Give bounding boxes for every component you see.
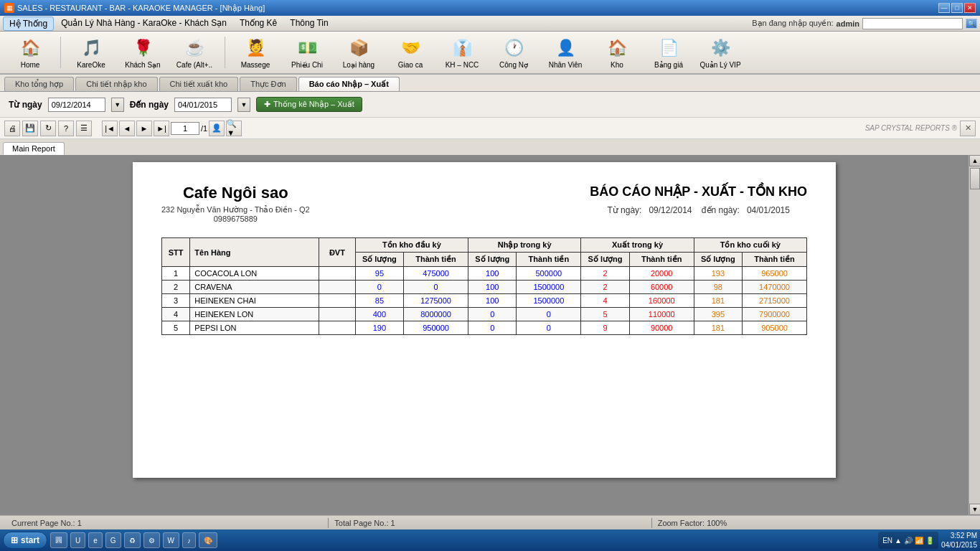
period-to: 04/01/2015 bbox=[747, 205, 790, 215]
taskbar-app-3[interactable]: e bbox=[88, 532, 103, 548]
cell-3-0: 4 bbox=[162, 308, 190, 321]
cr-first-button[interactable]: |◄ bbox=[102, 121, 118, 136]
cell-3-9: 395 bbox=[694, 308, 742, 321]
cell-1-5: 100 bbox=[468, 281, 517, 294]
close-button[interactable]: ✕ bbox=[964, 3, 976, 13]
search-input[interactable] bbox=[862, 18, 963, 29]
cr-save-button[interactable]: 💾 bbox=[22, 121, 38, 136]
volume-icon: 🔊 bbox=[904, 537, 913, 545]
cr-brand: SAP CRYSTAL REPORTS ® bbox=[865, 124, 957, 132]
scroll-down-arrow[interactable]: ▼ bbox=[969, 504, 980, 515]
ribbon-btn-kho[interactable]: 🏠 Kho bbox=[593, 34, 641, 70]
ribbon-label-bang-gia: Bảng giá bbox=[654, 61, 683, 69]
cell-0-3: 95 bbox=[355, 267, 403, 281]
tab-bao-cao-nhap-xuat[interactable]: Báo cáo Nhập – Xuất bbox=[298, 77, 400, 91]
report-tab-main[interactable]: Main Report bbox=[3, 142, 65, 155]
cell-2-9: 181 bbox=[694, 294, 742, 308]
window-body: 🏠 Home 🎵 KareOke 🌹 Khách Sạn ☕ Cafe (Alt… bbox=[0, 32, 980, 529]
taskbar-app-4[interactable]: G bbox=[105, 532, 121, 548]
sys-tray: EN ▲ 🔊 📶 🔋 bbox=[878, 532, 938, 549]
signal-icon: 📶 bbox=[915, 537, 923, 545]
cr-toolbar: 🖨 💾 ↻ ? ☰ |◄ ◄ ► ►| /1 👤 🔍▼ SAP CRYSTAL … bbox=[0, 118, 980, 139]
ribbon-btn-quan-ly-vip[interactable]: ⚙️ Quản Lý VIP bbox=[696, 34, 745, 70]
cr-goto-button[interactable]: 👤 bbox=[209, 121, 225, 136]
maximize-button[interactable]: □ bbox=[951, 3, 963, 13]
scroll-thumb[interactable] bbox=[970, 168, 980, 189]
ribbon-btn-bang-gia[interactable]: 📄 Bảng giá bbox=[644, 34, 693, 70]
ribbon-sep-1 bbox=[60, 37, 61, 68]
status-bar: Current Page No.: 1 Total Page No.: 1 Zo… bbox=[0, 515, 980, 529]
cr-last-button[interactable]: ►| bbox=[154, 121, 169, 136]
taskbar-app-5[interactable]: ♻ bbox=[124, 532, 141, 548]
tab-kho-tong-hop[interactable]: Kho tổng hợp bbox=[4, 77, 74, 91]
lang-indicator: EN bbox=[882, 537, 892, 545]
current-page-label: Current Page No.: bbox=[11, 519, 75, 527]
table-row: 5PEPSI LON19095000000990000181905000 bbox=[162, 321, 807, 335]
cr-close-button[interactable]: ✕ bbox=[960, 121, 976, 136]
cr-zoom-button[interactable]: 🔍▼ bbox=[226, 121, 242, 136]
cell-0-4: 475000 bbox=[404, 267, 468, 281]
quan-ly-vip-icon: ⚙️ bbox=[709, 37, 732, 60]
cr-nav: |◄ ◄ ► ►| /1 👤 🔍▼ bbox=[102, 121, 242, 136]
user-label: Bạn đang nhập quyền: bbox=[752, 19, 833, 28]
total-page-label: Total Page No.: bbox=[334, 519, 388, 527]
taskbar-app-7[interactable]: W bbox=[163, 532, 179, 548]
scroll-up-arrow[interactable]: ▲ bbox=[969, 155, 980, 166]
zoom-label: Zoom Factor: bbox=[658, 519, 705, 527]
cr-help-button[interactable]: ? bbox=[58, 121, 74, 136]
ribbon-btn-giao-ca[interactable]: 🤝 Giao ca bbox=[386, 34, 435, 70]
table-row: 3HEINEKEN CHAI85127500010015000004160000… bbox=[162, 294, 807, 308]
cong-no-icon: 🕐 bbox=[502, 37, 525, 60]
cr-toggle-button[interactable]: ☰ bbox=[76, 121, 92, 136]
to-calendar-button[interactable]: ▼ bbox=[237, 98, 250, 112]
cell-2-1: HEINEKEN CHAI bbox=[190, 294, 319, 308]
ribbon-btn-karaoke[interactable]: 🎵 KareOke bbox=[67, 34, 116, 70]
company-phone: 0989675889 bbox=[161, 215, 310, 223]
menu-bar: Hệ Thống Quản Lý Nhà Hàng - KaraOke - Kh… bbox=[0, 16, 980, 32]
menu-he-thong[interactable]: Hệ Thống bbox=[3, 17, 54, 31]
ribbon-btn-phieu-chi[interactable]: 💵 Phiếu Chi bbox=[283, 34, 331, 70]
ribbon-btn-khach-san[interactable]: 🌹 Khách Sạn bbox=[118, 34, 167, 70]
start-button[interactable]: ⊞ start bbox=[3, 532, 47, 549]
ribbon-label-phieu-chi: Phiếu Chi bbox=[291, 61, 323, 69]
ribbon-btn-home[interactable]: 🏠 Home bbox=[6, 34, 55, 70]
giao-ca-icon: 🤝 bbox=[399, 37, 422, 60]
cr-refresh-button[interactable]: ↻ bbox=[40, 121, 56, 136]
search-button[interactable]: 🔍 bbox=[966, 19, 977, 29]
cell-0-9: 193 bbox=[694, 267, 742, 281]
taskbar-app-2[interactable]: U bbox=[70, 532, 85, 548]
to-date-input[interactable] bbox=[174, 98, 232, 112]
ribbon-btn-kh-ncc[interactable]: 👔 KH – NCC bbox=[438, 34, 486, 70]
taskbar-app-8[interactable]: ♪ bbox=[182, 532, 196, 548]
taskbar-app-1[interactable]: 圓 bbox=[50, 532, 67, 548]
taskbar-app-9[interactable]: 🎨 bbox=[199, 532, 217, 548]
ribbon-btn-cafe[interactable]: ☕ Cafe (Alt+.. bbox=[170, 34, 219, 70]
cr-next-button[interactable]: ► bbox=[136, 121, 152, 136]
cell-1-6: 1500000 bbox=[517, 281, 581, 294]
ribbon-btn-cong-no[interactable]: 🕐 Công Nợ bbox=[489, 34, 538, 70]
ribbon-btn-nhan-vien[interactable]: 👤 Nhân Viên bbox=[541, 34, 590, 70]
menu-quan-ly[interactable]: Quản Lý Nhà Hàng - KaraOke - Khách Sạn bbox=[55, 17, 232, 31]
taskbar-app-6[interactable]: ⚙ bbox=[143, 532, 160, 548]
taskbar-left: ⊞ start 圓 U e G ♻ ⚙ W ♪ 🎨 bbox=[3, 532, 217, 549]
cell-4-10: 905000 bbox=[743, 321, 807, 335]
username: admin bbox=[837, 19, 859, 28]
tab-chi-tiet-xuat-kho[interactable]: Chi tiết xuất kho bbox=[159, 77, 239, 91]
cr-print-button[interactable]: 🖨 bbox=[4, 121, 20, 136]
from-date-input[interactable] bbox=[48, 98, 105, 112]
menu-thong-ke[interactable]: Thống Kê bbox=[234, 17, 283, 31]
report-scroll[interactable]: Cafe Ngôi sao 232 Nguyễn Văn Hường - Thả… bbox=[0, 155, 969, 515]
cr-prev-button[interactable]: ◄ bbox=[119, 121, 135, 136]
tab-thuc-don[interactable]: Thực Đơn bbox=[240, 77, 296, 91]
col-header-ton-kho-dau-ky: Tồn kho đầu kỳ bbox=[355, 238, 468, 253]
tab-chi-tiet-nhap-kho[interactable]: Chi tiết nhập kho bbox=[75, 77, 157, 91]
from-calendar-button[interactable]: ▼ bbox=[111, 98, 124, 112]
cell-2-8: 160000 bbox=[629, 294, 694, 308]
thong-ke-button[interactable]: ✚ Thống kê Nhập – Xuất bbox=[256, 97, 362, 112]
cell-3-7: 5 bbox=[581, 308, 629, 321]
menu-thong-tin[interactable]: Thông Tin bbox=[284, 17, 334, 31]
minimize-button[interactable]: — bbox=[938, 3, 950, 13]
page-number-input[interactable] bbox=[171, 122, 199, 135]
ribbon-btn-loai-hang[interactable]: 📦 Loại hàng bbox=[334, 34, 383, 70]
ribbon-btn-massege[interactable]: 💆 Massege bbox=[231, 34, 280, 70]
